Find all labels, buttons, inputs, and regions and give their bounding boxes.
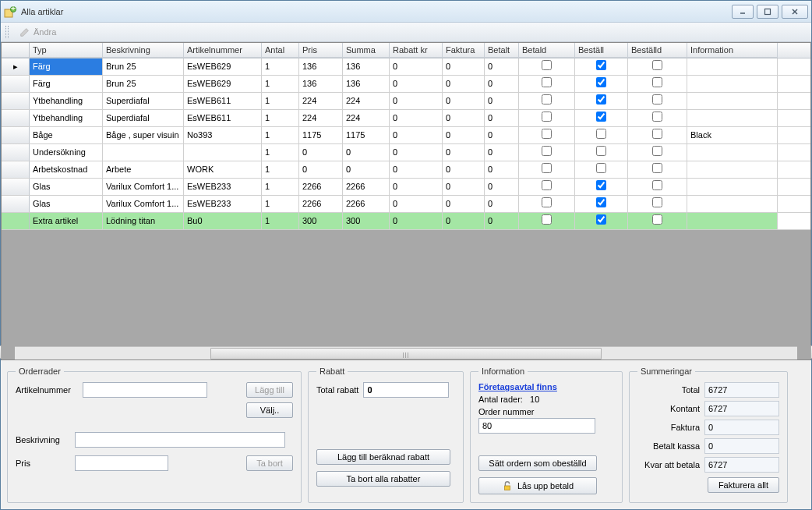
cell-typ[interactable]: Extra artikel xyxy=(30,213,103,229)
data-grid[interactable]: Typ Beskrivning Artikelnummer Antal Pris… xyxy=(1,42,811,360)
total-rabatt-input[interactable] xyxy=(363,382,449,398)
valj-button[interactable]: Välj.. xyxy=(246,402,293,418)
cell-besk[interactable]: Varilux Comfort 1... xyxy=(103,179,184,195)
cell-betalt[interactable]: 0 xyxy=(485,196,519,212)
cell-besk[interactable] xyxy=(103,144,184,161)
cell-bestall[interactable] xyxy=(575,127,628,143)
col-pris[interactable]: Pris xyxy=(299,43,343,58)
minimize-button[interactable] xyxy=(732,5,754,19)
cell-bestall[interactable] xyxy=(575,196,628,212)
table-row[interactable]: GlasVarilux Comfort 1...EsWEB23312266226… xyxy=(2,196,810,213)
row-header[interactable] xyxy=(2,161,30,178)
row-header[interactable] xyxy=(2,93,30,109)
bestalld-checkbox[interactable] xyxy=(652,146,662,156)
cell-art[interactable]: EsWEB233 xyxy=(184,196,262,212)
cell-betalt[interactable]: 0 xyxy=(485,161,519,178)
cell-antal[interactable]: 1 xyxy=(262,110,299,126)
satt-obestalld-button[interactable]: Sätt ordern som obeställd xyxy=(478,455,597,471)
cell-bestalld[interactable] xyxy=(628,76,687,92)
table-row[interactable]: YtbehandlingSuperdiafalEsWEB611122422400… xyxy=(2,93,810,110)
cell-info[interactable] xyxy=(687,179,778,195)
cell-fak[interactable]: 0 xyxy=(443,196,485,212)
table-row[interactable]: ArbetskostnadArbeteWORK100000 xyxy=(2,161,810,179)
cell-typ[interactable]: Arbetskostnad xyxy=(30,161,103,178)
cell-info[interactable] xyxy=(687,58,778,75)
col-artikelnummer[interactable]: Artikelnummer xyxy=(184,43,262,58)
cell-rab[interactable]: 0 xyxy=(390,110,443,126)
cell-rab[interactable]: 0 xyxy=(390,179,443,195)
cell-bestalld[interactable] xyxy=(628,196,687,212)
cell-pris[interactable]: 0 xyxy=(299,144,343,161)
cell-summa[interactable]: 224 xyxy=(343,93,390,109)
cell-summa[interactable]: 0 xyxy=(343,161,390,178)
cell-summa[interactable]: 0 xyxy=(343,144,390,161)
cell-typ[interactable]: Undersökning xyxy=(30,144,103,161)
col-bestall[interactable]: Beställ xyxy=(575,43,628,58)
las-upp-betald-button[interactable]: Lås upp betald xyxy=(478,477,597,494)
table-row[interactable]: FärgBrun 25EsWEB6291136136000 xyxy=(2,76,810,93)
bestalld-checkbox[interactable] xyxy=(652,94,662,104)
col-summa[interactable]: Summa xyxy=(343,43,390,58)
cell-rab[interactable]: 0 xyxy=(390,93,443,109)
bestall-checkbox[interactable] xyxy=(596,163,606,173)
col-faktura[interactable]: Faktura xyxy=(443,43,485,58)
table-row[interactable]: Extra artikelLödning titanBu01300300000 xyxy=(2,213,810,230)
col-antal[interactable]: Antal xyxy=(262,43,299,58)
bestalld-checkbox[interactable] xyxy=(652,112,662,122)
cell-fak[interactable]: 0 xyxy=(443,144,485,161)
cell-betald[interactable] xyxy=(519,196,575,212)
col-rabatt[interactable]: Rabatt kr xyxy=(390,43,443,58)
cell-pris[interactable]: 136 xyxy=(299,76,343,92)
cell-typ[interactable]: Båge xyxy=(30,127,103,143)
cell-antal[interactable]: 1 xyxy=(262,179,299,195)
titlebar[interactable]: + Alla artiklar xyxy=(1,1,811,23)
cell-betalt[interactable]: 0 xyxy=(485,144,519,161)
cell-betalt[interactable]: 0 xyxy=(485,213,519,229)
cell-pris[interactable]: 2266 xyxy=(299,196,343,212)
table-row[interactable]: ▸FärgBrun 25EsWEB6291136136000 xyxy=(2,58,810,76)
bestall-checkbox[interactable] xyxy=(596,77,606,87)
cell-betald[interactable] xyxy=(519,161,575,178)
cell-rab[interactable]: 0 xyxy=(390,213,443,229)
cell-betald[interactable] xyxy=(519,93,575,109)
cell-antal[interactable]: 1 xyxy=(262,93,299,109)
cell-bestalld[interactable] xyxy=(628,127,687,143)
row-header[interactable]: ▸ xyxy=(2,58,30,75)
cell-fak[interactable]: 0 xyxy=(443,93,485,109)
cell-art[interactable]: EsWEB233 xyxy=(184,179,262,195)
cell-antal[interactable]: 1 xyxy=(262,161,299,178)
cell-info[interactable] xyxy=(687,144,778,161)
cell-summa[interactable]: 2266 xyxy=(343,179,390,195)
cell-pris[interactable]: 300 xyxy=(299,213,343,229)
edit-button[interactable]: Ändra xyxy=(15,25,61,39)
bestall-checkbox[interactable] xyxy=(596,129,606,139)
cell-besk[interactable]: Arbete xyxy=(103,161,184,178)
bestall-checkbox[interactable] xyxy=(596,180,606,190)
cell-pris[interactable]: 2266 xyxy=(299,179,343,195)
close-button[interactable] xyxy=(782,5,808,19)
betald-checkbox[interactable] xyxy=(542,163,552,173)
betald-checkbox[interactable] xyxy=(542,180,552,190)
cell-betalt[interactable]: 0 xyxy=(485,93,519,109)
bestalld-checkbox[interactable] xyxy=(652,163,662,173)
cell-info[interactable] xyxy=(687,110,778,126)
bestalld-checkbox[interactable] xyxy=(652,180,662,190)
cell-bestalld[interactable] xyxy=(628,213,687,229)
hscroll-thumb[interactable]: ||| xyxy=(210,348,602,359)
cell-betalt[interactable]: 0 xyxy=(485,179,519,195)
cell-art[interactable]: EsWEB611 xyxy=(184,93,262,109)
pris-input[interactable] xyxy=(75,455,168,471)
betald-checkbox[interactable] xyxy=(542,129,552,139)
betald-checkbox[interactable] xyxy=(542,214,552,225)
cell-bestall[interactable] xyxy=(575,144,628,161)
cell-bestalld[interactable] xyxy=(628,58,687,75)
cell-betalt[interactable]: 0 xyxy=(485,127,519,143)
foretagsavtal-link[interactable]: Företagsavtal finns xyxy=(478,382,557,391)
betald-checkbox[interactable] xyxy=(542,60,552,70)
betald-checkbox[interactable] xyxy=(542,94,552,104)
col-bestalld[interactable]: Beställd xyxy=(628,43,687,58)
artikelnummer-input[interactable] xyxy=(83,382,207,398)
cell-pris[interactable]: 1175 xyxy=(299,127,343,143)
cell-bestalld[interactable] xyxy=(628,144,687,161)
bestall-checkbox[interactable] xyxy=(596,214,606,225)
